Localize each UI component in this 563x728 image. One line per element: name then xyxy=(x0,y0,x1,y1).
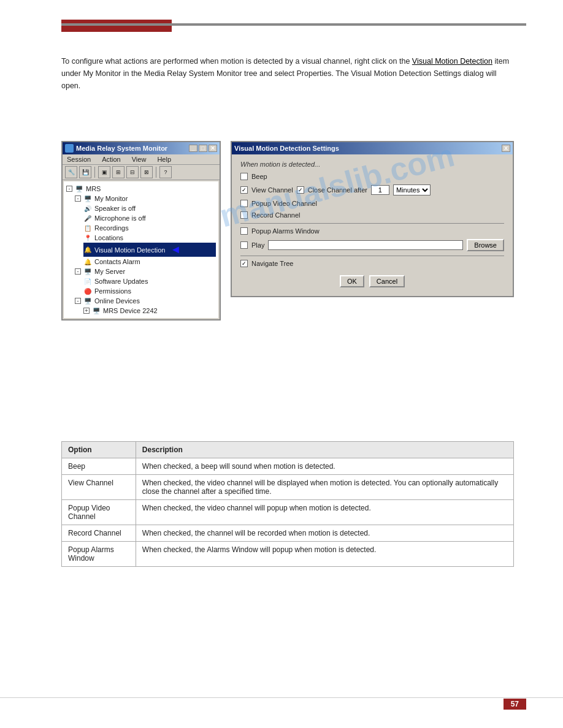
record-channel-row: Record Channel xyxy=(240,211,504,219)
tree-item-my-server[interactable]: - 🖥️ My Server xyxy=(75,267,216,276)
cancel-button[interactable]: Cancel xyxy=(369,275,405,287)
toolbar-btn-help[interactable]: ? xyxy=(159,166,172,178)
visual-motion-detection-link[interactable]: Visual Motion Detection xyxy=(412,57,492,66)
row4-col2: When checked, the channel will be record… xyxy=(136,525,513,542)
toolbar-sep-1 xyxy=(94,167,95,178)
tree-item-my-monitor[interactable]: - 🖥️ My Monitor xyxy=(75,194,216,203)
tree-label-visual-motion: Visual Motion Detection xyxy=(94,246,165,254)
monitor-titlebar: Media Relay System Monitor _ □ ✕ xyxy=(63,142,220,154)
view-channel-checkbox[interactable] xyxy=(240,186,248,194)
tree-item-permissions[interactable]: 🔴 Permissions xyxy=(83,286,216,296)
screenshot-area: Media Relay System Monitor _ □ ✕ Session… xyxy=(61,141,514,320)
view-channel-row: View Channel Close Channel after Minutes xyxy=(240,184,504,195)
toolbar-btn-1[interactable]: 🔧 xyxy=(65,166,77,178)
body-paragraph-1: To configure what actions are performed … xyxy=(61,57,410,66)
minimize-button[interactable]: _ xyxy=(189,145,197,152)
menu-session[interactable]: Session xyxy=(65,155,93,164)
col1-header: Option xyxy=(62,442,136,458)
close-channel-unit-select[interactable]: Minutes xyxy=(393,184,431,195)
menu-view[interactable]: View xyxy=(130,155,148,164)
settings-divider-1 xyxy=(240,223,504,224)
maximize-button[interactable]: □ xyxy=(199,145,207,152)
menu-action[interactable]: Action xyxy=(100,155,123,164)
settings-close-button[interactable]: X xyxy=(502,145,510,152)
ok-button[interactable]: OK xyxy=(340,275,364,287)
tree-label-online-devices: Online Devices xyxy=(94,297,140,305)
toolbar-btn-3[interactable]: ▣ xyxy=(98,166,110,178)
info-table-area: Option Description Beep When checked, a … xyxy=(61,441,514,567)
beep-checkbox[interactable] xyxy=(240,173,248,180)
toolbar-btn-2[interactable]: 💾 xyxy=(79,166,91,178)
monitor-titlebar-buttons[interactable]: _ □ ✕ xyxy=(189,145,217,152)
speaker-icon: 🔊 xyxy=(83,204,92,213)
popup-alarms-checkbox[interactable] xyxy=(240,227,248,235)
tree-label-permissions: Permissions xyxy=(94,287,131,295)
tree-item-recordings[interactable]: 📋 Recordings xyxy=(83,223,216,233)
tree-item-locations[interactable]: 📍 Locations xyxy=(83,233,216,243)
settings-titlebar: Visual Motion Detection Settings X xyxy=(232,142,513,154)
monitor-toolbar: 🔧 💾 ▣ ⊞ ⊟ ⊠ ? xyxy=(63,165,220,180)
navigate-tree-row: Navigate Tree xyxy=(240,260,504,267)
play-checkbox[interactable] xyxy=(240,241,248,249)
browse-button[interactable]: Browse xyxy=(467,239,504,251)
popup-video-checkbox[interactable] xyxy=(240,200,248,207)
visual-motion-icon: 🔔 xyxy=(83,246,92,254)
beep-row: Beep xyxy=(240,173,504,180)
tree-item-mrs-device[interactable]: + 🖥️ MRS Device 2242 xyxy=(83,306,216,316)
tree-root-label: MRS xyxy=(86,185,101,192)
table-row: View Channel When checked, the video cha… xyxy=(62,475,514,500)
close-button[interactable]: ✕ xyxy=(209,145,217,152)
expand-mrs[interactable]: - xyxy=(66,186,72,192)
table-row: Popup Alarms Window When checked, the Al… xyxy=(62,542,514,567)
tree-item-software-updates[interactable]: 📄 Software Updates xyxy=(83,276,216,286)
expand-my-monitor[interactable]: - xyxy=(75,195,81,202)
row5-col1: Popup Alarms Window xyxy=(62,542,136,567)
toolbar-btn-4[interactable]: ⊞ xyxy=(112,166,124,178)
locations-icon: 📍 xyxy=(83,233,92,242)
row1-col1: Beep xyxy=(62,458,136,475)
mrs-icon: 🖥️ xyxy=(75,184,83,193)
popup-alarms-label: Popup Alarms Window xyxy=(251,227,320,235)
tree-root-mrs: - 🖥️ MRS xyxy=(66,184,216,194)
row2-col1: View Channel xyxy=(62,475,136,500)
row5-col2: When checked, the Alarms Window will pop… xyxy=(136,542,513,567)
tree-item-microphone[interactable]: 🎤 Microphone is off xyxy=(83,213,216,223)
row3-col2: When checked, the video channel will pop… xyxy=(136,500,513,525)
row4-col1: Record Channel xyxy=(62,525,136,542)
navigate-tree-checkbox[interactable] xyxy=(240,260,248,267)
recordings-icon: 📋 xyxy=(83,224,92,232)
monitor-menubar: Session Action View Help xyxy=(63,154,220,165)
expand-my-server[interactable]: - xyxy=(75,268,81,275)
close-channel-label: Close Channel after xyxy=(308,186,367,194)
expand-online-devices[interactable]: - xyxy=(75,298,81,304)
toolbar-sep-2 xyxy=(156,167,156,178)
tree-item-contacts-alarm[interactable]: 🔔 Contacts Alarm xyxy=(83,257,216,267)
tree-label-my-server: My Server xyxy=(94,268,125,275)
tree-label-locations: Locations xyxy=(94,234,123,241)
microphone-icon: 🎤 xyxy=(83,214,92,222)
col2-header: Description xyxy=(136,442,513,458)
monitor-title: Media Relay System Monitor xyxy=(76,145,167,152)
record-channel-checkbox[interactable] xyxy=(240,211,248,219)
header-line xyxy=(61,23,526,26)
close-channel-input[interactable] xyxy=(371,185,389,195)
view-channel-label: View Channel xyxy=(251,186,293,194)
software-updates-icon: 📄 xyxy=(83,277,92,286)
tree-item-visual-motion[interactable]: 🔔 Visual Motion Detection ◄ xyxy=(83,243,216,257)
play-input[interactable] xyxy=(268,240,463,250)
tree-label-my-monitor: My Monitor xyxy=(94,195,128,202)
tree-item-online-devices[interactable]: - 🖥️ Online Devices xyxy=(75,296,216,306)
permissions-icon: 🔴 xyxy=(83,287,92,295)
tree-label-microphone: Microphone is off xyxy=(94,214,146,222)
mrs-device-icon: 🖥️ xyxy=(92,306,101,315)
menu-help[interactable]: Help xyxy=(155,155,173,164)
close-channel-checkbox[interactable] xyxy=(297,186,304,194)
navigate-tree-label: Navigate Tree xyxy=(251,260,293,267)
info-table: Option Description Beep When checked, a … xyxy=(61,441,514,567)
tree-item-speaker[interactable]: 🔊 Speaker is off xyxy=(83,203,216,213)
settings-dialog: Visual Motion Detection Settings X When … xyxy=(231,141,514,297)
expand-mrs-device[interactable]: + xyxy=(83,308,90,314)
toolbar-btn-6[interactable]: ⊠ xyxy=(140,166,153,178)
toolbar-btn-5[interactable]: ⊟ xyxy=(126,166,139,178)
page-number: 57 xyxy=(504,699,526,710)
